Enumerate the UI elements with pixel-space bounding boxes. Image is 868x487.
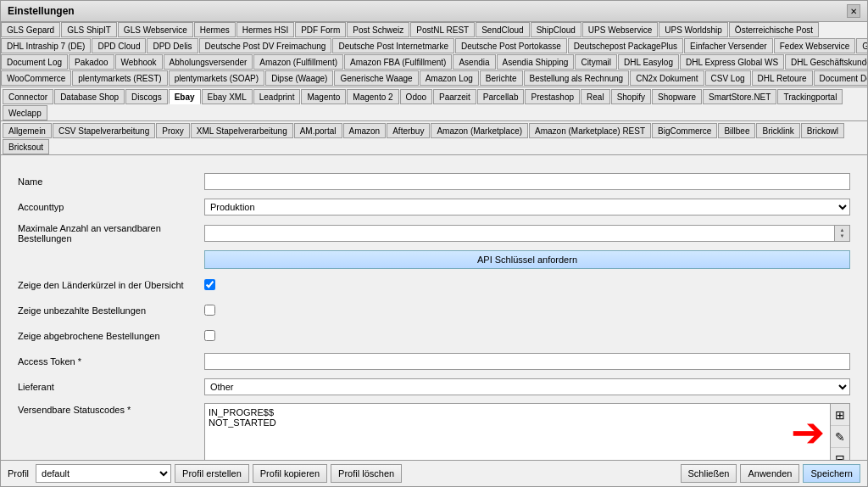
subtab-bricklink[interactable]: Bricklink [756,123,799,138]
tab-pakadoo[interactable]: Pakadoo [69,54,114,70]
subtab-amazon-(marketplace)-rest[interactable]: Amazon (Marketplace) REST [529,123,651,138]
subtab-ebay[interactable]: Ebay [169,89,201,104]
tab-deutsche-post-internetmarke[interactable]: Deutsche Post Internetmarke [332,38,454,53]
max-orders-spinner[interactable]: ▲ ▼ [835,225,850,242]
subtab-trackingportal[interactable]: Trackingportal [777,89,843,104]
country-code-checkbox[interactable] [204,279,215,290]
tab-gel-express[interactable]: GEL Express [856,38,867,53]
subtab-amazon-(marketplace)[interactable]: Amazon (Marketplace) [431,123,528,138]
subtab-database-shop[interactable]: Database Shop [54,89,125,104]
tab-gls-webservice[interactable]: GLS Webservice [118,22,193,37]
tab-pdf-form[interactable]: PDF Form [295,22,346,37]
delete-profile-button[interactable]: Profil löschen [331,464,402,483]
tab-document-log[interactable]: Document Log [1,54,68,70]
subtab-billbee[interactable]: Billbee [718,123,755,138]
tab-asendia-shipping[interactable]: Asendia Shipping [497,54,575,70]
tab-abholungsversender[interactable]: Abholungsversender [164,54,253,70]
max-orders-input[interactable]: 100 [204,225,835,242]
name-input[interactable]: ebayebay [204,173,850,190]
subtab-brickowl[interactable]: Brickowl [801,123,844,138]
tab-dhl-express-global-ws[interactable]: DHL Express Global WS [680,54,784,70]
tab-plentymarkets-(soap)[interactable]: plentymarkets (SOAP) [169,70,264,86]
tab-fedex-webservice[interactable]: Fedex Webservice [774,38,856,53]
tab-csv-log[interactable]: CSV Log [705,70,751,86]
subtab-amazon[interactable]: Amazon [343,123,387,138]
subtab-bricksout[interactable]: Bricksout [3,139,49,154]
subtab-paarzeit[interactable]: Paarzeit [433,89,476,104]
tab-postnl-rest[interactable]: PostNL REST [410,22,475,37]
cancelled-orders-checkbox[interactable] [204,330,215,341]
subtab-ebay-xml[interactable]: Ebay XML [202,89,253,104]
tab-bestellung-als-rechnung[interactable]: Bestellung als Rechnung [524,70,630,86]
tab-woocommerce[interactable]: WooCommerce [1,70,71,86]
subtab-afterbuy[interactable]: Afterbuy [387,123,430,138]
subtab-proxy[interactable]: Proxy [156,123,190,138]
subtab-leadprint[interactable]: Leadprint [253,89,301,104]
subtab-discogs[interactable]: Discogs [125,89,168,104]
subtab-real[interactable]: Real [581,89,610,104]
subtab-magento[interactable]: Magento [301,89,346,104]
copy-profile-button[interactable]: Profil kopieren [253,464,327,483]
tab-ups-worldship[interactable]: UPS Worldship [659,22,728,37]
subtab-allgemein[interactable]: Allgemein [3,123,52,138]
tab-amazon-(fulfillment)[interactable]: Amazon (Fulfillment) [253,54,343,70]
subtab-connector[interactable]: Connector [3,89,53,104]
tab-österreichische-post[interactable]: Österreichische Post [729,22,819,37]
apply-button[interactable]: Anwenden [740,464,799,483]
tab-webhook[interactable]: Webhook [115,54,163,70]
tab-dpd-cloud[interactable]: DPD Cloud [92,38,146,53]
accounttyp-select[interactable]: Produktion Sandbox [204,199,850,216]
status-add-button[interactable]: ⊞ [831,404,849,426]
subtab-xml-stapelverarbeitung[interactable]: XML Stapelverarbeitung [191,123,293,138]
tab-dipse-(waage)[interactable]: Dipse (Waage) [265,70,333,86]
tab-post-schweiz[interactable]: Post Schweiz [347,22,409,37]
subtab-prestashop[interactable]: Prestashop [525,89,580,104]
tab-amazon-fba-(fulfillment)[interactable]: Amazon FBA (Fulfillment) [344,54,452,70]
subtab-shopware[interactable]: Shopware [652,89,702,104]
tab-shipcloud[interactable]: ShipCloud [531,22,581,37]
tab-sendcloud[interactable]: SendCloud [476,22,529,37]
tab-deutschepost-packageplus[interactable]: Deutschepost PackagePlus [568,38,683,53]
tab-gls-shipit[interactable]: GLS ShipIT [61,22,117,37]
tab-cn2x-dokument[interactable]: CN2x Dokument [630,70,704,86]
tab-berichte[interactable]: Berichte [480,70,523,86]
subtab-magento-2[interactable]: Magento 2 [347,89,398,104]
tab-dhl-retoure[interactable]: DHL Retoure [752,70,813,86]
subtab-weclapp[interactable]: Weclapp [3,105,47,120]
tab-amazon-log[interactable]: Amazon Log [420,70,479,86]
tab-citymail[interactable]: Citymail [575,54,617,70]
tab-hermes[interactable]: Hermes [194,22,236,37]
tab-dpd-delis[interactable]: DPD Delis [147,38,198,53]
status-edit-button[interactable]: ✎ [831,426,849,448]
tab-deutsche-post-portokasse[interactable]: Deutsche Post Portokasse [455,38,567,53]
subtab-shopify[interactable]: Shopify [611,89,651,104]
subtab-csv-stapelverarbeitung[interactable]: CSV Stapelverarbeitung [53,123,155,138]
tab-einfacher-versender[interactable]: Einfacher Versender [684,38,773,53]
tab-plentymarkets-(rest)[interactable]: plentymarkets (REST) [72,70,167,86]
close-button[interactable]: Schließen [681,464,737,483]
profile-select[interactable]: default [36,464,171,483]
status-codes-textarea[interactable]: IN_PROGRE$$ NOT_STARTED [204,403,831,460]
api-key-button[interactable]: API Schlüssel anfordern [204,250,850,269]
lieferant-select[interactable]: Other [204,378,850,395]
tab-ups-webservice[interactable]: UPS Webservice [582,22,658,37]
close-window-button[interactable]: ✕ [847,4,860,18]
tab-hermes-hsi[interactable]: Hermes HSI [236,22,294,37]
tab-deutsche-post-dv-freimachung[interactable]: Deutsche Post DV Freimachung [199,38,332,53]
tab-dhl-intraship-7-(de)[interactable]: DHL Intraship 7 (DE) [1,38,91,53]
subtab-am.portal[interactable]: AM.portal [294,123,342,138]
save-button[interactable]: Speichern [803,464,860,483]
subtab-odoo[interactable]: Odoo [400,89,432,104]
create-profile-button[interactable]: Profil erstellen [175,464,249,483]
status-delete-button[interactable]: ⊟ [831,448,849,460]
subtab-bigcommerce[interactable]: BigCommerce [652,123,717,138]
tab-dhl-geschäftskundenversand[interactable]: DHL Geschäftskundenversand [785,54,867,70]
tab-asendia[interactable]: Asendia [453,54,495,70]
tab-document-downloader[interactable]: Document Downloader [814,70,867,86]
tab-generische-waage[interactable]: Generische Waage [334,70,418,86]
subtab-smartstore.net[interactable]: SmartStore.NET [703,89,776,104]
unpaid-orders-checkbox[interactable] [204,305,215,316]
tab-gls-gepard[interactable]: GLS Gepard [1,22,60,37]
access-token-input[interactable] [204,353,850,370]
tab-dhl-easylog[interactable]: DHL Easylog [618,54,679,70]
